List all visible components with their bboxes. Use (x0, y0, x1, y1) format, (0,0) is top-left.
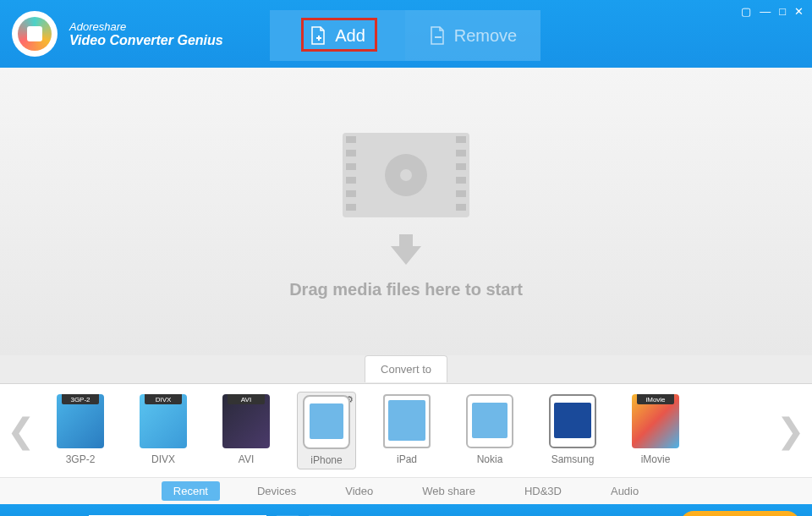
format-name: DIVX (151, 453, 175, 465)
remove-file-icon (429, 26, 446, 45)
format-nokia[interactable]: Nokia (460, 394, 519, 467)
drop-text: Drag media files here to start (289, 280, 523, 299)
maximize-icon[interactable]: □ (779, 5, 786, 18)
remove-label: Remove (454, 26, 517, 46)
window-controls: ▢ — □ ✕ (741, 5, 804, 18)
filmstrip-icon (343, 124, 469, 226)
format-samsung[interactable]: Samsung (543, 394, 602, 467)
category-hd-3d[interactable]: HD&3D (513, 481, 573, 501)
category-bar: RecentDevicesVideoWeb shareHD&3DAudio (0, 477, 812, 504)
format-3gp-2[interactable]: 3GP-23GP-2 (51, 394, 110, 467)
app-logo (12, 11, 58, 57)
format-imovie[interactable]: iMovieiMovie (626, 394, 685, 467)
format-strip: ❮ 3GP-23GP-2DIVXDIVXAVIAVI⚙iPhoneiPadNok… (0, 384, 812, 477)
brand-text: Adoreshare Video Converter Genius (69, 20, 223, 48)
title-bar: Adoreshare Video Converter Genius Add Re… (0, 0, 812, 68)
category-video[interactable]: Video (333, 481, 385, 501)
add-label: Add (335, 26, 365, 46)
format-badge: DIVX (145, 394, 182, 404)
format-icon (466, 394, 513, 448)
chevron-right-icon[interactable]: ❯ (778, 411, 804, 450)
category-audio[interactable]: Audio (599, 481, 650, 501)
remove-button[interactable]: Remove (405, 10, 540, 61)
format-divx[interactable]: DIVXDIVX (134, 394, 193, 467)
add-button[interactable]: Add (270, 10, 405, 61)
format-name: iMovie (641, 453, 671, 465)
brand-name: Adoreshare (69, 20, 223, 33)
feedback-icon[interactable]: ▢ (741, 5, 751, 18)
app-title: Video Converter Genius (69, 33, 223, 48)
minimize-icon[interactable]: — (760, 5, 771, 18)
format-icon (383, 394, 431, 448)
format-name: iPhone (310, 454, 342, 466)
format-badge: AVI (228, 394, 265, 404)
add-file-icon (310, 26, 326, 45)
format-badge: 3GP-2 (62, 394, 99, 404)
convert-button[interactable]: Convert (680, 511, 800, 516)
format-icon (303, 395, 350, 449)
format-name: Nokia (477, 453, 503, 465)
format-name: 3GP-2 (66, 453, 96, 465)
format-icon (549, 394, 596, 448)
format-name: Samsung (551, 453, 595, 465)
format-badge: iMovie (637, 394, 674, 404)
drop-zone[interactable]: Drag media files here to start (0, 68, 812, 355)
convert-to-tab[interactable]: Convert to (365, 355, 447, 382)
convert-tab-row: Convert to (0, 355, 812, 384)
format-icon: 3GP-2 (57, 394, 104, 448)
close-icon[interactable]: ✕ (794, 5, 804, 18)
format-iphone[interactable]: ⚙iPhone (297, 392, 356, 469)
category-devices[interactable]: Devices (245, 481, 308, 501)
format-icon: DIVX (140, 394, 187, 448)
format-name: iPad (397, 453, 417, 465)
format-ipad[interactable]: iPad (377, 394, 436, 467)
footer-bar: Output folder: ⋯ Merge: OFF History: Con… (0, 504, 812, 516)
category-recent[interactable]: Recent (162, 481, 220, 501)
category-web-share[interactable]: Web share (410, 481, 487, 501)
arrow-down-icon (389, 234, 423, 268)
format-name: AVI (239, 453, 254, 465)
format-avi[interactable]: AVIAVI (217, 394, 276, 467)
format-icon: iMovie (632, 394, 679, 448)
format-icon: AVI (222, 394, 270, 448)
chevron-left-icon[interactable]: ❮ (8, 411, 34, 450)
